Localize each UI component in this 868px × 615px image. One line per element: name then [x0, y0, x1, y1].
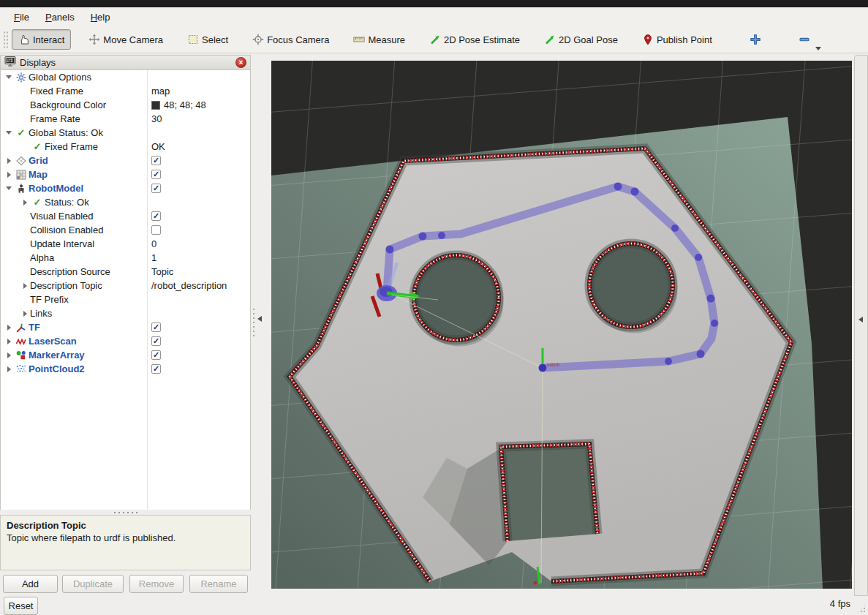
- menu-file[interactable]: File: [6, 9, 37, 26]
- expand-arrow-icon[interactable]: [7, 172, 11, 178]
- tree-row-alpha[interactable]: Alpha1: [1, 251, 250, 265]
- row-label: Background Color: [30, 99, 106, 110]
- splitter-dots-handle[interactable]: [252, 307, 255, 336]
- rename-button[interactable]: Rename: [189, 575, 248, 593]
- tree-row-fixed-frame[interactable]: Fixed Framemap: [1, 84, 250, 98]
- expand-arrow-icon[interactable]: [6, 131, 12, 135]
- expand-arrow-icon[interactable]: [7, 339, 11, 344]
- tree-row-global-options[interactable]: Global Options: [1, 70, 250, 84]
- tree-row-map[interactable]: Map✓: [1, 167, 250, 181]
- tree-row-status-ok[interactable]: ✓Status: Ok: [1, 195, 250, 209]
- panel-splitter-handle[interactable]: [113, 511, 139, 514]
- checkbox[interactable]: ✓: [151, 336, 161, 346]
- expand-arrow-icon[interactable]: [23, 311, 27, 317]
- expand-arrow-icon[interactable]: [6, 186, 12, 190]
- help-title: Description Topic: [7, 520, 244, 531]
- row-label: Alpha: [30, 252, 54, 263]
- add-button[interactable]: Add: [3, 575, 58, 593]
- tree-row-description-source[interactable]: Description SourceTopic: [1, 265, 250, 279]
- row-value-text[interactable]: 0: [151, 238, 156, 249]
- expand-arrow-icon[interactable]: [23, 283, 27, 289]
- tree-row-fixed-frame[interactable]: ✓Fixed FrameOK: [1, 140, 250, 154]
- row-value-text[interactable]: /robot_description: [151, 280, 227, 291]
- tree-row-links[interactable]: Links: [1, 306, 250, 320]
- expand-arrow-icon[interactable]: [7, 366, 11, 372]
- tool-2d-goal-pose-button[interactable]: 2D Goal Pose: [537, 29, 624, 50]
- expand-arrow-icon[interactable]: [7, 158, 11, 164]
- tree-row-update-interval[interactable]: Update Interval0: [1, 237, 250, 251]
- tree-row-background-color[interactable]: Background Color48; 48; 48: [1, 98, 250, 112]
- plus-icon: [750, 34, 761, 45]
- row-value-text[interactable]: OK: [151, 141, 165, 152]
- checkbox[interactable]: ✓: [151, 184, 161, 193]
- tree-row-laserscan[interactable]: LaserScan✓: [1, 334, 250, 348]
- green-arrow-icon: [429, 34, 441, 45]
- row-label: Grid: [29, 155, 48, 166]
- remove-button[interactable]: Remove: [129, 575, 184, 593]
- tool-measure-button[interactable]: Measure: [347, 29, 412, 50]
- expand-arrow-icon[interactable]: [23, 200, 27, 205]
- row-label: Visual Enabled: [30, 211, 94, 222]
- expand-right-panel-arrow-icon[interactable]: [858, 317, 863, 322]
- gear-icon: [14, 72, 29, 83]
- expand-arrow-icon[interactable]: [7, 325, 11, 331]
- tree-row-collision-enabled[interactable]: Collision Enabled: [1, 223, 250, 237]
- tool-2d-pose-estimate-button[interactable]: 2D Pose Estimate: [423, 29, 527, 50]
- map-pin-icon: [642, 34, 654, 45]
- tool-focus-camera-button[interactable]: Focus Camera: [246, 29, 336, 50]
- row-value-text[interactable]: map: [151, 86, 170, 97]
- reset-button[interactable]: Reset: [4, 597, 38, 615]
- row-label: LaserScan: [29, 336, 77, 347]
- checkbox[interactable]: ✓: [151, 156, 161, 165]
- row-value-text[interactable]: 30: [151, 113, 162, 124]
- toolbar-drag-handle[interactable]: [3, 31, 9, 48]
- tree-row-tf[interactable]: TF✓: [1, 320, 250, 334]
- checkbox[interactable]: ✓: [151, 211, 161, 221]
- checkbox[interactable]: ✓: [151, 322, 161, 332]
- row-value-text[interactable]: Topic: [151, 266, 173, 277]
- row-value-text[interactable]: 1: [151, 252, 156, 263]
- row-label: Links: [30, 308, 52, 319]
- check-icon: ✓: [30, 197, 45, 208]
- tree-row-description-topic[interactable]: Description Topic/robot_description: [1, 279, 250, 293]
- tool-select-button[interactable]: Select: [181, 29, 235, 50]
- tree-row-pointcloud2[interactable]: PointCloud2✓: [1, 362, 250, 376]
- checkbox[interactable]: ✓: [151, 170, 161, 179]
- chevron-down-icon[interactable]: [815, 47, 821, 50]
- checkbox[interactable]: ✓: [151, 364, 161, 374]
- row-label: Description Source: [30, 266, 110, 277]
- tree-row-visual-enabled[interactable]: Visual Enabled✓: [1, 209, 250, 223]
- tree-row-robotmodel[interactable]: RobotModel✓: [1, 181, 250, 195]
- checkbox[interactable]: ✓: [151, 350, 161, 360]
- expand-arrow-icon[interactable]: [6, 75, 12, 79]
- remove-tool-button[interactable]: [792, 29, 820, 50]
- close-icon[interactable]: ×: [235, 57, 246, 68]
- 3d-viewport[interactable]: odom: [271, 61, 852, 589]
- displays-tree: Global OptionsFixed FramemapBackground C…: [0, 70, 251, 510]
- menu-panels[interactable]: Panels: [37, 9, 83, 26]
- expand-arrow-icon[interactable]: [7, 352, 11, 358]
- window-resize-grip[interactable]: [857, 604, 867, 614]
- collapsed-right-panel[interactable]: [854, 55, 868, 596]
- tool-interact-button[interactable]: Interact: [12, 29, 71, 50]
- row-value-text[interactable]: 48; 48; 48: [164, 99, 206, 110]
- collapse-panel-arrow-icon[interactable]: [257, 316, 262, 322]
- tool-publish-point-button[interactable]: Publish Point: [635, 29, 719, 50]
- checkbox[interactable]: [151, 225, 161, 235]
- tool-move-camera-button[interactable]: Move Camera: [82, 29, 170, 50]
- tree-row-grid[interactable]: Grid✓: [1, 154, 250, 167]
- tree-row-global-status-ok[interactable]: ✓Global Status: Ok: [1, 126, 250, 140]
- row-label: Status: Ok: [45, 197, 89, 208]
- row-label: MarkerArray: [29, 350, 85, 361]
- tree-row-frame-rate[interactable]: Frame Rate30: [1, 112, 250, 126]
- tree-row-markerarray[interactable]: MarkerArray✓: [1, 348, 250, 362]
- displays-panel-titlebar[interactable]: Displays ×: [0, 55, 251, 70]
- tree-row-tf-prefix[interactable]: TF Prefix: [1, 293, 250, 306]
- ruler-icon: [353, 34, 365, 45]
- add-tool-button[interactable]: [743, 29, 771, 50]
- row-label: Frame Rate: [30, 113, 80, 124]
- duplicate-button[interactable]: Duplicate: [62, 575, 124, 593]
- tf-icon: [14, 322, 29, 333]
- displays-panel-icon: [4, 56, 16, 69]
- menu-help[interactable]: Help: [83, 9, 118, 26]
